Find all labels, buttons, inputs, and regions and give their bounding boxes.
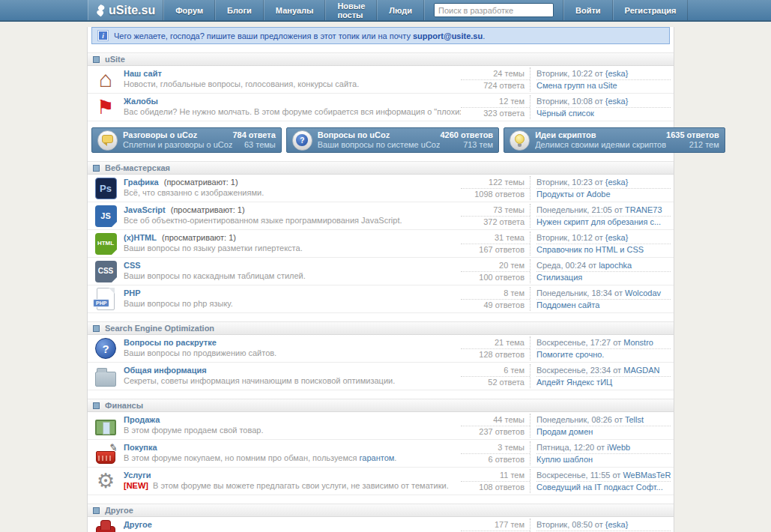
last-post-topic-line: Куплю шаблон [536,454,671,465]
forum-reply-count: 1098 ответов [461,189,530,200]
last-post-user-link[interactable]: Tellst [625,415,644,424]
forum-icon-link[interactable]: CSS [91,259,121,283]
forum-icon-link[interactable] [91,364,121,388]
last-post-topic-line: Продам домен [536,426,671,438]
forum-icon-link[interactable]: ⚑ [91,95,121,119]
last-post-topic-link[interactable]: Смена групп на uSite [536,81,617,90]
last-post-topic-link[interactable]: Помогите срочно. [536,350,604,359]
forum-title-link[interactable]: CSS [124,261,141,270]
last-post-topic-line: Помогите срочно. [536,349,671,360]
last-post-topic-link[interactable]: Справочник по HTML и CSS [536,245,644,254]
forum-title-link[interactable]: Графика [124,178,159,187]
promo-box[interactable]: Вопросы по uCoz Ваши вопросы по системе … [286,127,499,153]
forum-title-link[interactable]: Продажа [124,415,160,424]
forum-title-link[interactable]: Другое [124,520,152,529]
nav-item-forum[interactable]: Форум [163,0,215,20]
last-post-time: Вторник, 08:50 от [536,520,603,529]
last-post-topic-line: Соведущий на IT подкаст Софт... [536,482,671,493]
forum-stats: 3 темы 6 ответов [461,441,530,465]
forum-icon-link[interactable]: ⌂ [91,67,121,91]
forum-title-line: Продажа [124,415,458,424]
forum-stats: 122 темы 1098 ответов [461,176,530,200]
nav-item-manuals[interactable]: Мануалы [264,0,326,20]
promo-topic-count: 212 тем [666,140,719,150]
promo-title-link[interactable]: Вопросы по uCoz [318,130,441,140]
section-square-icon [93,56,100,63]
last-post-topic-link[interactable]: Поддомен сайта [536,300,599,309]
lightbulb-icon [510,130,530,151]
forum-last-post: Среда, 00:24 от lapochka Стилизация [530,259,671,283]
promo-title-link[interactable]: Разговоры о uCoz [123,130,232,140]
promo-box[interactable]: Идеи скриптов Делимся своими идеями скри… [504,127,725,153]
nav-item-login[interactable]: Войти [563,0,613,20]
flag-icon: ⚑ [97,97,114,117]
nav-item-register[interactable]: Регистрация [613,0,689,20]
promo-subtitle: Ваши вопросы по системе uCoz [318,140,441,149]
last-post-user-link[interactable]: lapochka [599,261,632,270]
forum-icon-link[interactable]: ? [91,336,121,360]
last-post-user-link[interactable]: {eska} [605,97,629,106]
forum-icon-link[interactable]: HTML [91,232,121,256]
last-post-topic-link[interactable]: Чёрный список [536,109,594,118]
forum-title-link[interactable]: Вопросы по раскрутке [124,338,217,347]
promo-reply-count: 1635 ответов [666,130,719,140]
last-post-topic-link[interactable]: Нужен скрипт для обрезания с... [536,217,661,226]
promo-box[interactable]: Разговоры о uCoz Сплетни и разговоры о u… [91,127,282,153]
forum-title-link[interactable]: PHP [124,288,141,297]
last-post-user-link[interactable]: {eska} [605,233,629,242]
last-post-user-link[interactable]: {eska} [605,178,629,187]
last-post-user-link[interactable]: MAGDAN [623,366,659,375]
last-post-topic-line: Апдейт Яндекс тИЦ [536,377,671,388]
nav-item-new-posts[interactable]: Новые посты [325,0,377,20]
forum-icon-link[interactable]: PHP [91,287,121,311]
forum-title-link[interactable]: Покупка [124,443,157,452]
forum-title-link[interactable]: Жалобы [124,97,158,106]
last-post-user-link[interactable]: {eska} [605,69,629,78]
last-post-topic-link[interactable]: Продукты от Adobe [536,190,611,199]
notice-text: Чего желаете, господа? пишите ваши предл… [114,31,485,40]
forum-icon-link[interactable]: Ps [91,176,121,200]
forum-icon-link[interactable] [91,414,121,438]
forum-viewing-count: (просматривают: 1) [171,205,245,214]
last-post-user-link[interactable]: TRANE73 [625,205,662,214]
forum-title-link[interactable]: JavaScript [124,205,166,214]
last-post-user-link[interactable]: WeBMasTeR [623,471,671,480]
nav-item-people[interactable]: Люди [377,0,424,20]
last-post-user-link[interactable]: iWebb [607,443,630,452]
last-post-user-link[interactable]: Monstro [623,338,653,347]
search-input[interactable] [434,3,554,17]
forum-title-link[interactable]: Наш сайт [124,69,162,78]
support-email-link[interactable]: support@usite.su [413,31,483,40]
section-header: Search Engine Optimization [88,321,674,335]
forum-row: Ps Графика (просматривают: 1) Всё, что с… [88,175,674,202]
last-post-topic-link[interactable]: Куплю шаблон [536,455,593,464]
forum-icon-link[interactable] [91,519,121,532]
promo-title-link[interactable]: Идеи скриптов [535,130,666,140]
last-post-topic-link[interactable]: Продам домен [536,427,593,436]
last-post-topic-link[interactable]: Соведущий на IT подкаст Софт... [536,483,663,492]
forum-title-link[interactable]: (х)HTML [124,233,157,242]
site-logo-link[interactable]: uSite.su [88,0,163,20]
forum-topic-count: 31 тема [461,232,530,244]
forum-title-link[interactable]: Общая информация [124,366,207,375]
last-post-time: Вторник, 10:12 от [536,233,603,242]
forum-icon-link[interactable]: JS [91,204,121,228]
question-circle-icon [292,130,312,151]
forum-description: В этом форуме продаем свой товар. [124,426,458,435]
promo-reply-count: 784 ответа [232,130,275,140]
forum-stats: 20 тем 100 ответов [461,259,530,283]
javascript-icon: JS [95,205,117,227]
forum-desc-link[interactable]: гарантом [360,453,395,462]
last-post-user-link[interactable]: {eska} [605,520,629,529]
last-post-topic-link[interactable]: Стилизация [536,273,582,282]
last-post-time: Воскресенье, 23:34 от [536,366,621,375]
forum-title-link[interactable]: Услуги [124,471,151,480]
forum-icon-link[interactable] [91,441,121,465]
forum-main: Другое Другие темы не касающиеся основно… [121,519,461,532]
forum-section-0: uSite ⌂ Наш сайт Новости, глобальные воп… [88,52,674,121]
last-post-user-link[interactable]: Wolcodav [625,288,661,297]
forum-title-line: Наш сайт [124,69,458,78]
forum-icon-link[interactable]: ⚙ [91,469,121,493]
nav-item-blogs[interactable]: Блоги [215,0,264,20]
last-post-topic-link[interactable]: Апдейт Яндекс тИЦ [536,378,612,387]
